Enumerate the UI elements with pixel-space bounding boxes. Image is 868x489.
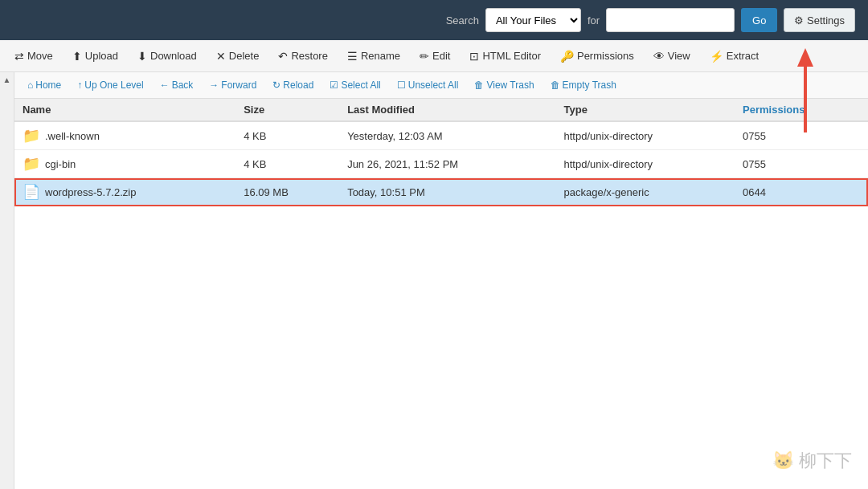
- col-size[interactable]: Size: [235, 99, 339, 121]
- view-trash-icon: 🗑: [474, 79, 484, 91]
- empty-trash-label: Empty Trash: [563, 79, 616, 91]
- edit-label: Edit: [432, 50, 450, 62]
- table-row[interactable]: 📁cgi-bin4 KBJun 26, 2021, 11:52 PMhttpd/…: [14, 150, 868, 178]
- back-icon: ←: [160, 79, 170, 91]
- settings-button[interactable]: ⚙ Settings: [784, 8, 855, 32]
- file-name-text: cgi-bin: [45, 158, 76, 170]
- file-table: Name Size Last Modified Type Permissions…: [14, 99, 868, 206]
- delete-label: Delete: [229, 50, 260, 62]
- reload-label: Reload: [283, 79, 313, 91]
- folder-icon: 📁: [23, 155, 40, 173]
- main-area: ▲ ⌂ Home ↑ Up One Level ← Back →: [0, 72, 868, 489]
- edit-icon: ✏: [420, 50, 429, 63]
- empty-trash-button[interactable]: 🗑 Empty Trash: [544, 77, 623, 93]
- file-permissions: 0644: [735, 178, 868, 206]
- rename-icon: ☰: [347, 50, 358, 63]
- up-icon: ↑: [77, 79, 82, 91]
- col-name[interactable]: Name: [14, 99, 235, 121]
- file-last-modified: Yesterday, 12:03 AM: [339, 121, 555, 150]
- back-label: Back: [172, 79, 194, 91]
- html-editor-button[interactable]: ⊡ HTML Editor: [461, 47, 548, 66]
- forward-icon: →: [209, 79, 219, 91]
- table-row[interactable]: 📁.well-known4 KBYesterday, 12:03 AMhttpd…: [14, 121, 868, 150]
- col-last-modified[interactable]: Last Modified: [339, 99, 555, 121]
- rename-button[interactable]: ☰ Rename: [339, 47, 408, 66]
- extract-icon: ⚡: [710, 50, 723, 63]
- back-button[interactable]: ← Back: [154, 77, 200, 93]
- file-permissions: 0755: [735, 121, 868, 150]
- forward-label: Forward: [221, 79, 256, 91]
- file-type: package/x-generic: [556, 178, 735, 206]
- toolbar: ⇄ Move ⬆ Upload ⬇ Download ✕ Delete ↶ Re…: [0, 40, 868, 72]
- reload-button[interactable]: ↻ Reload: [266, 77, 320, 93]
- folder-icon: 📁: [23, 127, 40, 145]
- file-last-modified: Jun 26, 2021, 11:52 PM: [339, 150, 555, 178]
- permissions-button[interactable]: 🔑 Permissions: [552, 47, 642, 66]
- delete-button[interactable]: ✕ Delete: [208, 47, 268, 66]
- up-one-level-label: Up One Level: [84, 79, 143, 91]
- rename-label: Rename: [361, 50, 400, 62]
- restore-label: Restore: [291, 50, 328, 62]
- home-nav-button[interactable]: ⌂ Home: [21, 77, 68, 93]
- home-icon: ⌂: [27, 79, 33, 91]
- view-icon: 👁: [653, 50, 665, 63]
- view-label: View: [668, 50, 690, 62]
- move-label: Move: [27, 50, 53, 62]
- view-trash-button[interactable]: 🗑 View Trash: [468, 77, 540, 93]
- unselect-all-button[interactable]: ☐ Unselect All: [391, 77, 465, 93]
- table-row[interactable]: 📄wordpress-5.7.2.zip16.09 MBToday, 10:51…: [14, 178, 868, 206]
- move-button[interactable]: ⇄ Move: [6, 47, 61, 66]
- reload-icon: ↻: [272, 79, 280, 91]
- left-scroll: ▲: [0, 72, 14, 489]
- up-one-level-button[interactable]: ↑ Up One Level: [71, 77, 149, 93]
- search-input[interactable]: [606, 8, 735, 32]
- select-all-icon: ☑: [330, 79, 338, 91]
- for-label: for: [588, 14, 600, 26]
- file-name-cell: 📁.well-known: [14, 121, 235, 150]
- col-permissions[interactable]: Permissions: [735, 99, 868, 121]
- file-list: Name Size Last Modified Type Permissions…: [14, 99, 868, 489]
- permissions-label: Permissions: [577, 50, 634, 62]
- unselect-all-label: Unselect All: [408, 79, 459, 91]
- scroll-up-arrow[interactable]: ▲: [2, 74, 13, 86]
- search-label: Search: [446, 14, 479, 26]
- view-trash-label: View Trash: [486, 79, 534, 91]
- file-name-cell: 📄wordpress-5.7.2.zip: [14, 178, 235, 206]
- html-editor-label: HTML Editor: [482, 50, 540, 62]
- table-header-row: Name Size Last Modified Type Permissions: [14, 99, 868, 121]
- edit-button[interactable]: ✏ Edit: [411, 47, 458, 66]
- upload-label: Upload: [85, 50, 118, 62]
- select-all-button[interactable]: ☑ Select All: [323, 77, 387, 93]
- file-manager: ⌂ Home ↑ Up One Level ← Back → Forward ↻: [14, 72, 868, 489]
- zip-icon: 📄: [23, 183, 40, 201]
- nav-bar: ⌂ Home ↑ Up One Level ← Back → Forward ↻: [14, 72, 868, 99]
- go-button[interactable]: Go: [741, 8, 777, 32]
- file-size: 4 KB: [235, 121, 339, 150]
- file-size: 4 KB: [235, 150, 339, 178]
- restore-button[interactable]: ↶ Restore: [270, 47, 336, 66]
- download-icon: ⬇: [137, 50, 147, 63]
- file-name-text: .well-known: [45, 130, 100, 142]
- search-scope-select[interactable]: All Your Files This Directory File Name: [485, 8, 581, 32]
- select-all-label: Select All: [341, 79, 380, 91]
- move-icon: ⇄: [14, 50, 24, 63]
- top-bar: Search All Your Files This Directory Fil…: [0, 0, 868, 40]
- download-button[interactable]: ⬇ Download: [129, 47, 205, 66]
- delete-icon: ✕: [216, 50, 226, 63]
- extract-label: Extract: [727, 50, 759, 62]
- file-name-text: wordpress-5.7.2.zip: [45, 186, 136, 198]
- home-label: Home: [35, 79, 61, 91]
- forward-button[interactable]: → Forward: [203, 77, 263, 93]
- col-type[interactable]: Type: [556, 99, 735, 121]
- upload-button[interactable]: ⬆ Upload: [64, 47, 126, 66]
- file-type: httpd/unix-directory: [556, 150, 735, 178]
- html-editor-icon: ⊡: [469, 50, 479, 63]
- file-type: httpd/unix-directory: [556, 121, 735, 150]
- restore-icon: ↶: [278, 50, 288, 63]
- permissions-icon: 🔑: [560, 50, 574, 63]
- file-permissions: 0755: [735, 150, 868, 178]
- view-button[interactable]: 👁 View: [645, 47, 698, 66]
- empty-trash-icon: 🗑: [551, 79, 560, 91]
- upload-icon: ⬆: [72, 50, 82, 63]
- extract-button[interactable]: ⚡ Extract: [702, 47, 767, 66]
